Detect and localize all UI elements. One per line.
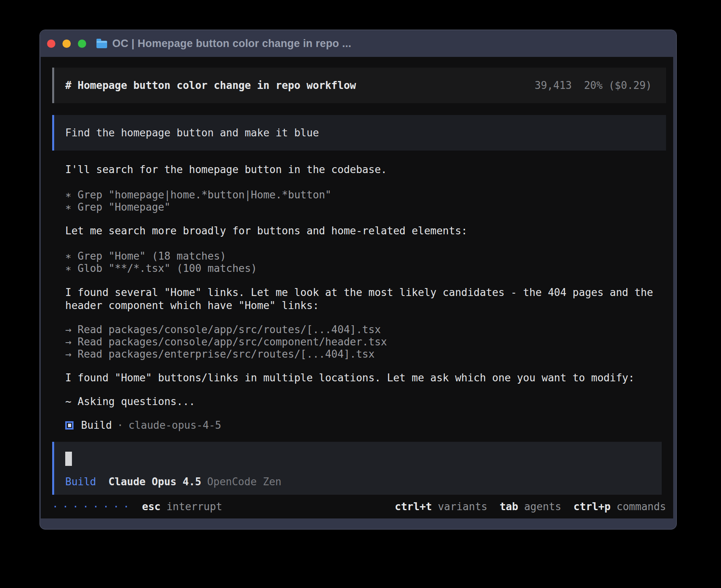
- terminal-window: OC | Homepage button color change in rep…: [40, 30, 677, 530]
- tool-call-grep: ∗ Grep "Homepage": [52, 201, 666, 213]
- text-cursor: [65, 452, 72, 466]
- assistant-paragraph: Let me search more broadly for buttons a…: [52, 225, 666, 237]
- tool-call-group: → Read packages/console/app/src/routes/[…: [52, 324, 666, 360]
- hint-key: ctrl+t: [395, 501, 432, 513]
- hint-key: ctrl+p: [574, 501, 611, 513]
- hint-label: commands: [617, 501, 666, 513]
- session-title: # Homepage button color change in repo w…: [65, 79, 356, 92]
- assistant-paragraph: I found several "Home" links. Let me loo…: [52, 286, 666, 312]
- session-cost: ($0.29): [608, 79, 652, 92]
- hint-variants: ctrl+t variants: [395, 501, 487, 513]
- spinner-dots: ········: [52, 501, 133, 513]
- tool-call-read: → Read packages/console/app/src/componen…: [52, 336, 666, 348]
- close-button[interactable]: [47, 40, 55, 48]
- folder-icon: [96, 41, 107, 48]
- token-count: 39,413: [535, 79, 572, 92]
- hint-commands: ctrl+p commands: [574, 501, 666, 513]
- hint-agents: tab agents: [500, 501, 561, 513]
- titlebar: OC | Homepage button color change in rep…: [40, 30, 676, 57]
- hint-key: esc: [142, 501, 160, 513]
- hint-label: variants: [438, 501, 487, 513]
- hint-label: interrupt: [166, 501, 222, 513]
- badge-separator: ·: [117, 419, 123, 432]
- traffic-lights: [47, 40, 86, 48]
- tool-call-read: → Read packages/console/app/src/routes/[…: [52, 324, 666, 336]
- window-title: OC | Homepage button color change in rep…: [112, 38, 351, 50]
- input-meta: Build Claude Opus 4.5 OpenCode Zen: [65, 476, 662, 488]
- status-bar: ········ esc interrupt ctrl+t variants t…: [52, 495, 666, 518]
- agent-badge: Build · claude-opus-4-5: [52, 419, 666, 432]
- context-percent: 20%: [584, 79, 602, 92]
- prompt-input[interactable]: Build Claude Opus 4.5 OpenCode Zen: [52, 442, 662, 495]
- hint-key: tab: [500, 501, 518, 513]
- agent-square-icon: [65, 421, 74, 430]
- tool-call-grep: ∗ Grep "Home" (18 matches): [52, 250, 666, 262]
- agent-name: Build: [81, 419, 112, 432]
- hint-interrupt: esc interrupt: [142, 501, 222, 513]
- tool-call-group: ∗ Grep "homepage|home.*button|Home.*butt…: [52, 189, 666, 213]
- hint-label: agents: [524, 501, 561, 513]
- assistant-paragraph: I found "Home" buttons/links in multiple…: [52, 372, 666, 384]
- assistant-paragraph: I'll search for the homepage button in t…: [52, 164, 666, 176]
- window-title-group: OC | Homepage button color change in rep…: [96, 38, 351, 50]
- minimize-button[interactable]: [62, 40, 71, 48]
- tool-call-read: → Read packages/enterprise/src/routes/[.…: [52, 348, 666, 360]
- user-message: Find the homepage button and make it blu…: [52, 115, 666, 151]
- tool-call-glob: ∗ Glob "**/*.tsx" (100 matches): [52, 262, 666, 275]
- status-line: ~ Asking questions...: [52, 396, 666, 408]
- session-header: # Homepage button color change in repo w…: [52, 68, 666, 103]
- input-mode: Build: [65, 476, 96, 488]
- terminal-content: # Homepage button color change in repo w…: [41, 57, 673, 518]
- tool-call-grep: ∗ Grep "homepage|home.*button|Home.*butt…: [52, 189, 666, 201]
- agent-model: claude-opus-4-5: [128, 419, 221, 432]
- user-message-text: Find the homepage button and make it blu…: [65, 127, 319, 139]
- statusbar-left: ········ esc interrupt: [52, 501, 222, 513]
- statusbar-right: ctrl+t variants tab agents ctrl+p comman…: [395, 501, 666, 513]
- tool-call-group: ∗ Grep "Home" (18 matches) ∗ Glob "**/*.…: [52, 250, 666, 275]
- zoom-button[interactable]: [78, 40, 86, 48]
- session-stats: 39,413 20% ($0.29): [535, 79, 652, 92]
- input-model: Claude Opus 4.5: [108, 476, 201, 488]
- input-provider: OpenCode Zen: [207, 476, 281, 488]
